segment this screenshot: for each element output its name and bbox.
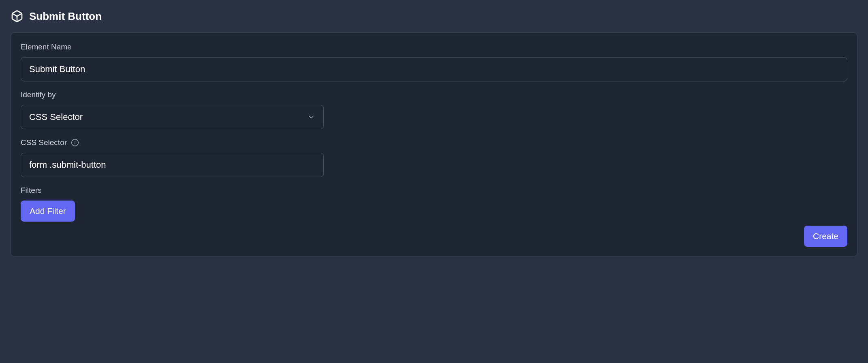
css-selector-field: CSS Selector (21, 138, 847, 177)
chevron-down-icon (307, 113, 315, 121)
identify-by-value: CSS Selector (29, 112, 83, 122)
identify-by-label: Identify by (21, 90, 847, 99)
element-editor-panel: Submit Button Element Name Identify by C… (0, 0, 868, 267)
form-card: Element Name Identify by CSS Selector CS… (11, 32, 857, 257)
form-footer: Create (21, 226, 847, 247)
css-selector-input[interactable] (21, 153, 324, 177)
create-button[interactable]: Create (804, 226, 847, 247)
box-icon (11, 10, 24, 23)
info-icon[interactable] (71, 139, 79, 147)
css-selector-label: CSS Selector (21, 138, 847, 147)
element-name-input[interactable] (21, 57, 847, 81)
css-selector-label-text: CSS Selector (21, 138, 67, 147)
identify-by-select[interactable]: CSS Selector (21, 105, 324, 129)
panel-header: Submit Button (11, 10, 857, 23)
filters-field: Filters Add Filter (21, 186, 847, 222)
filters-label: Filters (21, 186, 847, 195)
element-name-field: Element Name (21, 43, 847, 81)
element-name-label: Element Name (21, 43, 847, 51)
add-filter-button[interactable]: Add Filter (21, 201, 75, 222)
identify-by-field: Identify by CSS Selector (21, 90, 847, 129)
panel-title: Submit Button (29, 10, 102, 23)
